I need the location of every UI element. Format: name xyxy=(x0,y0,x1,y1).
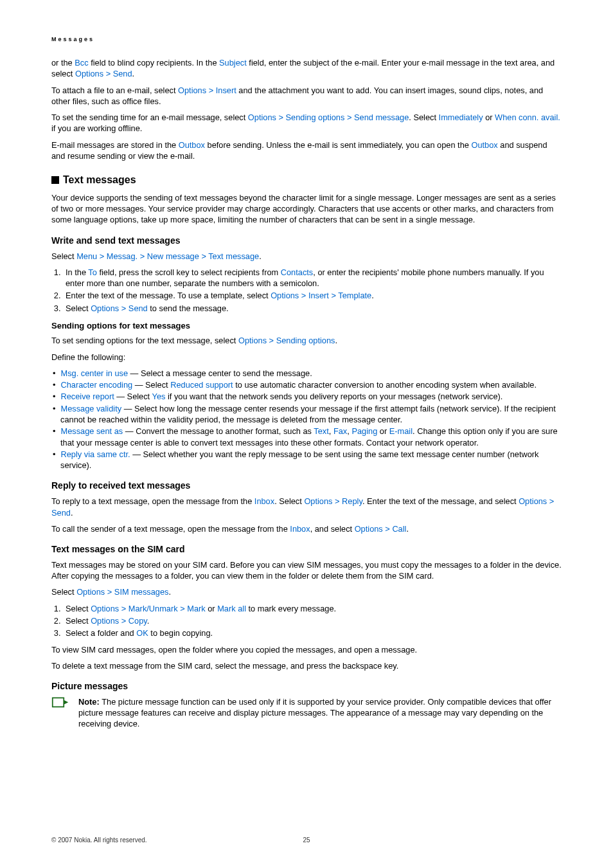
list-item: Msg. center in use — Select a message ce… xyxy=(51,368,562,379)
text-messages-heading: Text messages xyxy=(51,173,562,187)
list-item: Reply via same ctr. — Select whether you… xyxy=(51,449,562,471)
sending-options-p1: To set sending options for the text mess… xyxy=(51,335,562,346)
options-link: Options xyxy=(75,69,103,78)
send-message-link: Send message xyxy=(354,113,409,122)
call-link: Call xyxy=(392,524,406,534)
text-message-link: Text message xyxy=(208,251,259,261)
mark-all-link: Mark all xyxy=(217,604,246,613)
send-link: Send xyxy=(113,69,132,78)
sim-p3: To delete a text message from the SIM ca… xyxy=(51,660,562,671)
define-following: Define the following: xyxy=(51,352,562,363)
page-footer: © 2007 Nokia. All rights reserved. 25 xyxy=(51,836,562,844)
new-message-link: New message xyxy=(147,251,199,261)
write-send-heading: Write and send text messages xyxy=(51,235,562,247)
page-header: Messages xyxy=(51,35,562,43)
list-item: Message validity — Select how long the m… xyxy=(51,403,562,426)
sending-options-list: Msg. center in use — Select a message ce… xyxy=(51,368,562,471)
bcc-link: Bcc xyxy=(75,58,88,68)
mark-link: Mark xyxy=(187,604,205,613)
picture-heading: Picture messages xyxy=(51,680,562,692)
sim-list: Select Options > Mark/Unmark > Mark or M… xyxy=(51,603,562,639)
intro-p4: E-mail messages are stored in the Outbox… xyxy=(51,140,562,162)
intro-p1: or the Bcc field to blind copy recipient… xyxy=(51,57,562,80)
note-icon xyxy=(51,696,69,730)
list-item: Enter the text of the message. To use a … xyxy=(63,290,562,301)
list-item: Select Options > Copy. xyxy=(63,615,562,626)
sending-options-link: Sending options xyxy=(286,113,345,122)
list-item: Select Options > Send to send the messag… xyxy=(63,303,562,314)
immediately-link: Immediately xyxy=(439,113,483,122)
intro-p2: To attach a file to an e-mail, select Op… xyxy=(51,85,562,107)
contacts-link: Contacts xyxy=(281,267,314,277)
when-conn-link: When conn. avail. xyxy=(495,113,560,122)
inbox-link: Inbox xyxy=(254,496,274,506)
intro-p3: To set the sending time for an e-mail me… xyxy=(51,112,562,134)
sim-select: Select Options > SIM messages. xyxy=(51,586,562,597)
sim-p1: Text messages may be stored on your SIM … xyxy=(51,559,562,582)
note-row: Note: The picture message function can b… xyxy=(51,696,562,730)
subject-link: Subject xyxy=(219,58,247,68)
list-item: Character encoding — Select Reduced supp… xyxy=(51,379,562,390)
sim-messages-link: SIM messages xyxy=(114,587,169,597)
note-text: Note: The picture message function can b… xyxy=(78,696,562,730)
reply-heading: Reply to received text messages xyxy=(51,480,562,492)
ok-link: OK xyxy=(136,628,148,638)
outbox-link: Outbox xyxy=(179,140,205,150)
list-item: Select a folder and OK to begin copying. xyxy=(63,628,562,638)
mark-unmark-link: Mark/Unmark xyxy=(129,604,178,613)
sending-options-heading: Sending options for text messages xyxy=(51,320,562,332)
square-icon xyxy=(51,176,59,184)
copy-link: Copy xyxy=(129,616,147,626)
reply-p2: To call the sender of a text message, op… xyxy=(51,523,562,534)
write-send-select: Select Menu > Messag. > New message > Te… xyxy=(51,251,562,262)
list-item: In the To field, press the scroll key to… xyxy=(63,267,562,289)
sim-heading: Text messages on the SIM card xyxy=(51,543,562,556)
template-link: Template xyxy=(338,291,371,300)
page-number: 25 xyxy=(51,836,562,844)
text-messages-para: Your device supports the sending of text… xyxy=(51,192,562,226)
menu-link: Menu xyxy=(76,251,97,261)
reply-p1: To reply to a text message, open the mes… xyxy=(51,496,562,518)
messag-link: Messag. xyxy=(107,251,138,261)
write-send-list: In the To field, press the scroll key to… xyxy=(51,267,562,314)
list-item: Select Options > Mark/Unmark > Mark or M… xyxy=(63,603,562,614)
list-item: Receive report — Select Yes if you want … xyxy=(51,391,562,402)
insert-link: Insert xyxy=(216,86,236,95)
reply-link: Reply xyxy=(342,496,362,506)
list-item: Message sent as — Convert the message to… xyxy=(51,426,562,448)
to-link: To xyxy=(88,267,97,277)
sim-p2: To view SIM card messages, open the fold… xyxy=(51,644,562,655)
